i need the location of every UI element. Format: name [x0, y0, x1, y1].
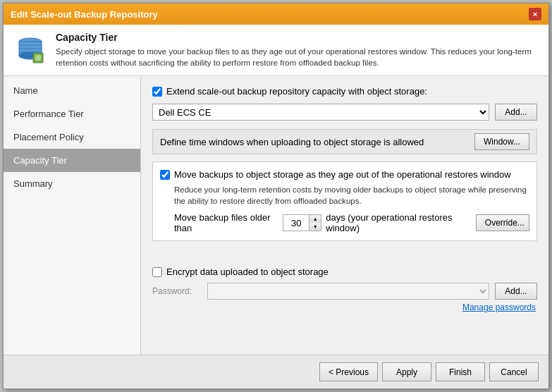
dialog-title: Edit Scale-out Backup Repository — [11, 9, 158, 20]
extend-checkbox-label: Extend scale-out backup repository capac… — [166, 86, 427, 97]
spin-up-button[interactable]: ▲ — [309, 215, 321, 223]
extend-checkbox[interactable] — [152, 87, 162, 97]
extend-checkbox-row: Extend scale-out backup repository capac… — [152, 86, 537, 97]
spin-down-button[interactable]: ▼ — [309, 223, 321, 231]
body: Name Performance Tier Placement Policy C… — [4, 76, 548, 355]
header-section: Capacity Tier Specify object storage to … — [4, 25, 548, 76]
finish-button[interactable]: Finish — [436, 362, 485, 381]
footer: < Previous Apply Finish Cancel — [4, 355, 548, 388]
header-title: Capacity Tier — [56, 32, 539, 43]
object-storage-dropdown-row: Dell ECS CE Add... — [152, 104, 537, 121]
previous-button[interactable]: < Previous — [319, 362, 378, 381]
define-time-row: Define time windows when uploading to ob… — [152, 129, 537, 154]
sidebar-item-summary[interactable]: Summary — [4, 172, 140, 195]
days-input[interactable] — [283, 215, 309, 231]
spin-buttons: ▲ ▼ — [309, 215, 321, 231]
encrypt-checkbox-row: Encrypt data uploaded to object storage — [152, 267, 537, 277]
define-time-label: Define time windows when uploading to ob… — [160, 137, 424, 147]
add-password-button[interactable]: Add... — [495, 283, 537, 300]
password-row: Password: Add... — [152, 283, 537, 300]
encrypt-label: Encrypt data uploaded to object storage — [166, 267, 329, 277]
manage-passwords-link[interactable]: Manage passwords — [462, 302, 536, 312]
password-dropdown[interactable] — [207, 283, 489, 300]
header-description: Specify object storage to move your back… — [56, 46, 539, 68]
header-text: Capacity Tier Specify object storage to … — [56, 32, 539, 68]
move-backups-checkbox[interactable] — [160, 170, 170, 180]
sidebar-item-placement-policy[interactable]: Placement Policy — [4, 125, 140, 149]
move-backups-label: Move backups to object storage as they a… — [174, 169, 511, 180]
manage-passwords-row: Manage passwords — [152, 302, 537, 312]
dialog: Edit Scale-out Backup Repository × Capac… — [3, 3, 549, 389]
sidebar-item-capacity-tier[interactable]: Capacity Tier — [4, 149, 140, 172]
capacity-tier-icon — [13, 33, 47, 67]
window-button[interactable]: Window... — [474, 133, 529, 150]
days-spinbox: ▲ ▼ — [283, 214, 321, 231]
title-bar: Edit Scale-out Backup Repository × — [4, 4, 548, 25]
move-backups-description: Reduce your long-term retention costs by… — [174, 184, 529, 207]
encrypt-section: Encrypt data uploaded to object storage … — [152, 267, 537, 312]
close-button[interactable]: × — [529, 8, 541, 20]
move-older-suffix: days (your operational restores window) — [326, 212, 472, 233]
move-backups-section: Move backups to object storage as they a… — [152, 161, 537, 241]
object-storage-dropdown[interactable]: Dell ECS CE — [152, 104, 489, 121]
main-content: Extend scale-out backup repository capac… — [141, 76, 548, 355]
encrypt-checkbox[interactable] — [152, 267, 162, 277]
cancel-button[interactable]: Cancel — [489, 362, 539, 381]
move-older-label: Move backup files older than — [174, 212, 278, 233]
apply-button[interactable]: Apply — [382, 362, 431, 381]
sidebar-item-name[interactable]: Name — [4, 79, 140, 102]
override-button[interactable]: Override... — [476, 214, 529, 231]
move-older-row: Move backup files older than ▲ ▼ days (y… — [174, 212, 529, 233]
add-storage-button[interactable]: Add... — [495, 104, 537, 121]
sidebar-item-performance-tier[interactable]: Performance Tier — [4, 102, 140, 125]
sidebar: Name Performance Tier Placement Policy C… — [4, 76, 141, 355]
move-backups-checkbox-row: Move backups to object storage as they a… — [160, 169, 529, 180]
password-label: Password: — [152, 286, 202, 296]
svg-rect-4 — [35, 55, 41, 61]
